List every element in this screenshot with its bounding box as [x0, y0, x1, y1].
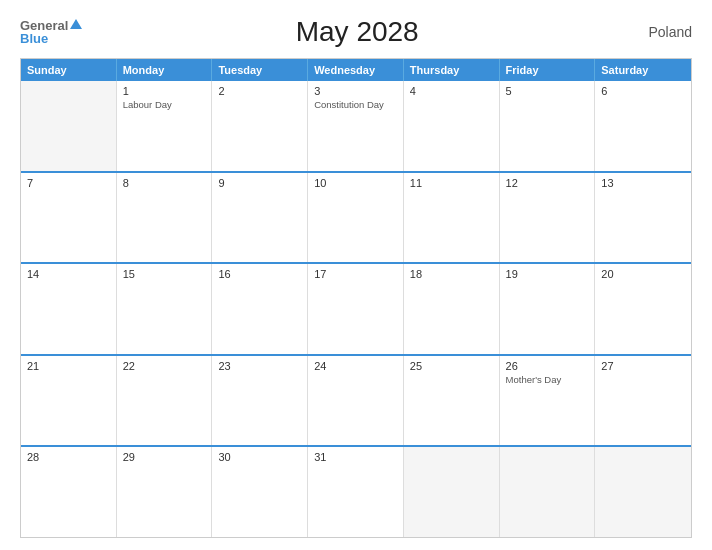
day-number: 6	[601, 85, 685, 97]
day-event: Constitution Day	[314, 99, 397, 111]
day-number: 25	[410, 360, 493, 372]
day-number: 26	[506, 360, 589, 372]
calendar-body: 1Labour Day23Constitution Day45678910111…	[21, 81, 691, 537]
calendar-cell-w1-d1	[21, 81, 117, 171]
calendar-cell-w4-d4: 24	[308, 356, 404, 446]
calendar-week-5: 28293031	[21, 447, 691, 537]
calendar-cell-w1-d2: 1Labour Day	[117, 81, 213, 171]
day-number: 17	[314, 268, 397, 280]
calendar-cell-w2-d4: 10	[308, 173, 404, 263]
calendar-cell-w4-d1: 21	[21, 356, 117, 446]
calendar-cell-w3-d3: 16	[212, 264, 308, 354]
header-saturday: Saturday	[595, 59, 691, 81]
logo-blue: Blue	[20, 32, 48, 45]
country-label: Poland	[632, 24, 692, 40]
calendar-cell-w1-d7: 6	[595, 81, 691, 171]
calendar-cell-w3-d7: 20	[595, 264, 691, 354]
day-number: 1	[123, 85, 206, 97]
header-wednesday: Wednesday	[308, 59, 404, 81]
day-number: 13	[601, 177, 685, 189]
day-number: 16	[218, 268, 301, 280]
day-number: 31	[314, 451, 397, 463]
day-number: 5	[506, 85, 589, 97]
calendar-cell-w4-d7: 27	[595, 356, 691, 446]
day-number: 19	[506, 268, 589, 280]
day-number: 30	[218, 451, 301, 463]
calendar-cell-w5-d3: 30	[212, 447, 308, 537]
calendar-cell-w3-d2: 15	[117, 264, 213, 354]
page: General Blue May 2028 Poland Sunday Mond…	[0, 0, 712, 550]
calendar-cell-w2-d5: 11	[404, 173, 500, 263]
header-friday: Friday	[500, 59, 596, 81]
calendar-cell-w2-d1: 7	[21, 173, 117, 263]
logo-triangle-icon	[70, 19, 82, 29]
calendar-cell-w4-d5: 25	[404, 356, 500, 446]
day-number: 11	[410, 177, 493, 189]
day-number: 8	[123, 177, 206, 189]
calendar-cell-w2-d3: 9	[212, 173, 308, 263]
calendar-cell-w5-d6	[500, 447, 596, 537]
calendar-cell-w4-d3: 23	[212, 356, 308, 446]
calendar-cell-w5-d1: 28	[21, 447, 117, 537]
calendar-cell-w4-d2: 22	[117, 356, 213, 446]
day-number: 28	[27, 451, 110, 463]
day-number: 20	[601, 268, 685, 280]
day-number: 27	[601, 360, 685, 372]
logo: General Blue	[20, 19, 82, 45]
calendar-cell-w1-d6: 5	[500, 81, 596, 171]
calendar-cell-w3-d5: 18	[404, 264, 500, 354]
calendar: Sunday Monday Tuesday Wednesday Thursday…	[20, 58, 692, 538]
calendar-week-4: 212223242526Mother's Day27	[21, 356, 691, 448]
calendar-title: May 2028	[82, 16, 632, 48]
day-number: 23	[218, 360, 301, 372]
day-number: 29	[123, 451, 206, 463]
day-number: 3	[314, 85, 397, 97]
calendar-cell-w3-d1: 14	[21, 264, 117, 354]
day-number: 22	[123, 360, 206, 372]
calendar-cell-w5-d7	[595, 447, 691, 537]
calendar-week-1: 1Labour Day23Constitution Day456	[21, 81, 691, 173]
calendar-cell-w5-d2: 29	[117, 447, 213, 537]
day-number: 4	[410, 85, 493, 97]
calendar-cell-w2-d6: 12	[500, 173, 596, 263]
day-number: 24	[314, 360, 397, 372]
header-monday: Monday	[117, 59, 213, 81]
calendar-cell-w1-d5: 4	[404, 81, 500, 171]
day-number: 14	[27, 268, 110, 280]
calendar-week-2: 78910111213	[21, 173, 691, 265]
calendar-cell-w5-d5	[404, 447, 500, 537]
calendar-cell-w1-d3: 2	[212, 81, 308, 171]
day-number: 15	[123, 268, 206, 280]
calendar-cell-w1-d4: 3Constitution Day	[308, 81, 404, 171]
day-number: 18	[410, 268, 493, 280]
day-number: 7	[27, 177, 110, 189]
day-number: 10	[314, 177, 397, 189]
day-number: 21	[27, 360, 110, 372]
day-number: 2	[218, 85, 301, 97]
header-tuesday: Tuesday	[212, 59, 308, 81]
calendar-cell-w3-d4: 17	[308, 264, 404, 354]
calendar-cell-w2-d2: 8	[117, 173, 213, 263]
calendar-cell-w3-d6: 19	[500, 264, 596, 354]
calendar-header: Sunday Monday Tuesday Wednesday Thursday…	[21, 59, 691, 81]
day-event: Labour Day	[123, 99, 206, 111]
calendar-week-3: 14151617181920	[21, 264, 691, 356]
calendar-cell-w4-d6: 26Mother's Day	[500, 356, 596, 446]
day-event: Mother's Day	[506, 374, 589, 386]
calendar-cell-w5-d4: 31	[308, 447, 404, 537]
header-sunday: Sunday	[21, 59, 117, 81]
calendar-cell-w2-d7: 13	[595, 173, 691, 263]
day-number: 12	[506, 177, 589, 189]
header-thursday: Thursday	[404, 59, 500, 81]
header: General Blue May 2028 Poland	[20, 16, 692, 48]
day-number: 9	[218, 177, 301, 189]
